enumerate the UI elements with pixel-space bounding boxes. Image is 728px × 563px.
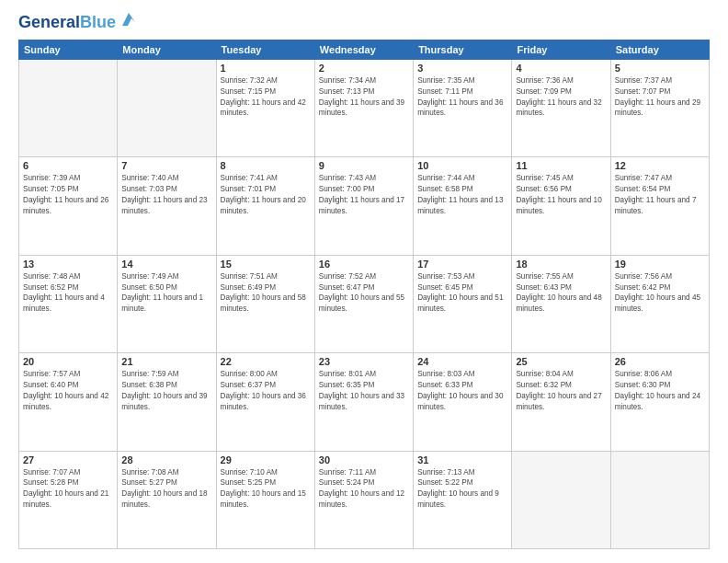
day-number: 25 — [516, 356, 606, 367]
day-cell: 14Sunrise: 7:49 AM Sunset: 6:50 PM Dayli… — [118, 255, 216, 352]
day-cell: 18Sunrise: 7:55 AM Sunset: 6:43 PM Dayli… — [512, 255, 610, 352]
day-number: 18 — [516, 259, 606, 270]
day-number: 1 — [221, 63, 311, 74]
header-cell-wednesday: Wednesday — [314, 40, 413, 59]
day-cell: 26Sunrise: 8:06 AM Sunset: 6:30 PM Dayli… — [610, 353, 709, 451]
day-info: Sunrise: 7:10 AM Sunset: 5:25 PM Dayligh… — [221, 467, 311, 511]
day-info: Sunrise: 7:08 AM Sunset: 5:27 PM Dayligh… — [121, 467, 211, 511]
day-info: Sunrise: 8:06 AM Sunset: 6:30 PM Dayligh… — [615, 369, 705, 413]
day-info: Sunrise: 7:35 AM Sunset: 7:11 PM Dayligh… — [417, 75, 507, 120]
day-number: 13 — [23, 259, 113, 270]
day-number: 9 — [319, 160, 409, 171]
logo-blue: Blue — [80, 13, 116, 31]
day-number: 14 — [121, 259, 211, 270]
day-cell: 28Sunrise: 7:08 AM Sunset: 5:27 PM Dayli… — [118, 451, 216, 548]
day-cell: 4Sunrise: 7:36 AM Sunset: 7:09 PM Daylig… — [512, 59, 610, 156]
day-number: 10 — [417, 160, 507, 171]
day-number: 19 — [615, 259, 705, 270]
svg-marker-0 — [122, 13, 135, 26]
day-info: Sunrise: 7:57 AM Sunset: 6:40 PM Dayligh… — [23, 369, 113, 413]
logo-icon — [119, 9, 139, 29]
day-info: Sunrise: 7:07 AM Sunset: 5:28 PM Dayligh… — [23, 467, 113, 511]
day-number: 28 — [121, 454, 211, 465]
day-info: Sunrise: 7:51 AM Sunset: 6:49 PM Dayligh… — [221, 271, 311, 316]
header-cell-monday: Monday — [118, 40, 216, 59]
header: GeneralBlue — [18, 14, 710, 32]
day-info: Sunrise: 7:45 AM Sunset: 6:56 PM Dayligh… — [516, 173, 606, 217]
day-number: 26 — [615, 356, 705, 367]
day-info: Sunrise: 8:01 AM Sunset: 6:35 PM Dayligh… — [319, 369, 409, 413]
day-info: Sunrise: 7:41 AM Sunset: 7:01 PM Dayligh… — [221, 173, 311, 217]
week-row-4: 20Sunrise: 7:57 AM Sunset: 6:40 PM Dayli… — [19, 353, 710, 451]
day-cell: 9Sunrise: 7:43 AM Sunset: 7:00 PM Daylig… — [314, 157, 413, 255]
day-cell — [118, 59, 216, 156]
day-number: 11 — [516, 160, 606, 171]
day-info: Sunrise: 7:11 AM Sunset: 5:24 PM Dayligh… — [319, 467, 409, 511]
day-number: 3 — [417, 63, 507, 74]
day-cell — [610, 451, 709, 548]
day-cell: 25Sunrise: 8:04 AM Sunset: 6:32 PM Dayli… — [512, 353, 610, 451]
day-cell — [19, 59, 118, 156]
day-info: Sunrise: 7:59 AM Sunset: 6:38 PM Dayligh… — [121, 369, 211, 413]
day-info: Sunrise: 7:44 AM Sunset: 6:58 PM Dayligh… — [417, 173, 507, 217]
page: GeneralBlue SundayMondayTuesdayWednesday… — [0, 0, 728, 563]
logo-general: General — [18, 13, 80, 31]
day-number: 4 — [516, 63, 606, 74]
day-number: 30 — [319, 454, 409, 465]
day-info: Sunrise: 7:48 AM Sunset: 6:52 PM Dayligh… — [23, 271, 113, 316]
header-cell-thursday: Thursday — [414, 40, 512, 59]
day-number: 29 — [221, 454, 311, 465]
day-cell: 6Sunrise: 7:39 AM Sunset: 7:05 PM Daylig… — [19, 157, 118, 255]
day-number: 22 — [221, 356, 311, 367]
day-number: 7 — [121, 160, 211, 171]
day-number: 8 — [221, 160, 311, 171]
day-cell: 31Sunrise: 7:13 AM Sunset: 5:22 PM Dayli… — [414, 451, 512, 548]
header-cell-saturday: Saturday — [610, 40, 709, 59]
day-number: 24 — [417, 356, 507, 367]
header-cell-friday: Friday — [512, 40, 610, 59]
logo: GeneralBlue — [18, 14, 139, 32]
day-info: Sunrise: 8:00 AM Sunset: 6:37 PM Dayligh… — [221, 369, 311, 413]
day-cell: 27Sunrise: 7:07 AM Sunset: 5:28 PM Dayli… — [19, 451, 118, 548]
day-number: 2 — [319, 63, 409, 74]
day-cell: 15Sunrise: 7:51 AM Sunset: 6:49 PM Dayli… — [216, 255, 314, 352]
day-number: 31 — [417, 454, 507, 465]
day-number: 21 — [121, 356, 211, 367]
day-cell: 11Sunrise: 7:45 AM Sunset: 6:56 PM Dayli… — [512, 157, 610, 255]
day-cell: 16Sunrise: 7:52 AM Sunset: 6:47 PM Dayli… — [314, 255, 413, 352]
day-info: Sunrise: 7:34 AM Sunset: 7:13 PM Dayligh… — [319, 75, 409, 120]
day-info: Sunrise: 8:03 AM Sunset: 6:33 PM Dayligh… — [417, 369, 507, 413]
day-info: Sunrise: 7:36 AM Sunset: 7:09 PM Dayligh… — [516, 75, 606, 120]
calendar-body: 1Sunrise: 7:32 AM Sunset: 7:15 PM Daylig… — [19, 59, 710, 548]
day-cell: 19Sunrise: 7:56 AM Sunset: 6:42 PM Dayli… — [610, 255, 709, 352]
day-number: 15 — [221, 259, 311, 270]
day-number: 16 — [319, 259, 409, 270]
day-info: Sunrise: 7:39 AM Sunset: 7:05 PM Dayligh… — [23, 173, 113, 217]
day-cell: 30Sunrise: 7:11 AM Sunset: 5:24 PM Dayli… — [314, 451, 413, 548]
day-cell: 13Sunrise: 7:48 AM Sunset: 6:52 PM Dayli… — [19, 255, 118, 352]
day-cell — [512, 451, 610, 548]
day-cell: 10Sunrise: 7:44 AM Sunset: 6:58 PM Dayli… — [414, 157, 512, 255]
day-cell: 17Sunrise: 7:53 AM Sunset: 6:45 PM Dayli… — [414, 255, 512, 352]
day-info: Sunrise: 7:37 AM Sunset: 7:07 PM Dayligh… — [615, 75, 705, 120]
day-cell: 3Sunrise: 7:35 AM Sunset: 7:11 PM Daylig… — [414, 59, 512, 156]
day-cell: 1Sunrise: 7:32 AM Sunset: 7:15 PM Daylig… — [216, 59, 314, 156]
day-number: 5 — [615, 63, 705, 74]
day-info: Sunrise: 7:56 AM Sunset: 6:42 PM Dayligh… — [615, 271, 705, 316]
day-cell: 12Sunrise: 7:47 AM Sunset: 6:54 PM Dayli… — [610, 157, 709, 255]
day-number: 23 — [319, 356, 409, 367]
day-info: Sunrise: 8:04 AM Sunset: 6:32 PM Dayligh… — [516, 369, 606, 413]
day-cell: 2Sunrise: 7:34 AM Sunset: 7:13 PM Daylig… — [314, 59, 413, 156]
calendar-header: SundayMondayTuesdayWednesdayThursdayFrid… — [19, 40, 710, 59]
day-info: Sunrise: 7:55 AM Sunset: 6:43 PM Dayligh… — [516, 271, 606, 316]
header-row: SundayMondayTuesdayWednesdayThursdayFrid… — [19, 40, 710, 59]
day-cell: 29Sunrise: 7:10 AM Sunset: 5:25 PM Dayli… — [216, 451, 314, 548]
week-row-3: 13Sunrise: 7:48 AM Sunset: 6:52 PM Dayli… — [19, 255, 710, 352]
day-info: Sunrise: 7:43 AM Sunset: 7:00 PM Dayligh… — [319, 173, 409, 217]
day-cell: 7Sunrise: 7:40 AM Sunset: 7:03 PM Daylig… — [118, 157, 216, 255]
day-info: Sunrise: 7:13 AM Sunset: 5:22 PM Dayligh… — [417, 467, 507, 511]
day-cell: 21Sunrise: 7:59 AM Sunset: 6:38 PM Dayli… — [118, 353, 216, 451]
day-info: Sunrise: 7:53 AM Sunset: 6:45 PM Dayligh… — [417, 271, 507, 316]
header-cell-tuesday: Tuesday — [216, 40, 314, 59]
logo-text: GeneralBlue — [18, 14, 116, 32]
